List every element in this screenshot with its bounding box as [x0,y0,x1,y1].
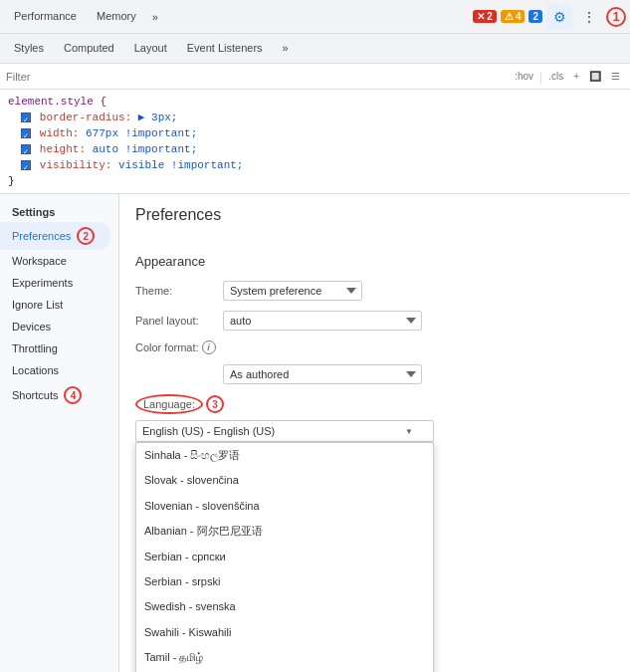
language-label-circled: Language: [135,394,203,414]
appearance-header: Appearance [135,254,614,269]
checkbox-visibility[interactable] [21,160,31,170]
tab-styles[interactable]: Styles [4,37,54,61]
cls-filter-btn[interactable]: .cls [544,69,567,84]
sidebar-item-shortcuts[interactable]: Shortcuts 4 [0,381,110,409]
pseudo-filter-btn[interactable]: :hov [511,69,537,84]
annotation-2: 2 [77,227,95,245]
color-format-row: Color format: i [135,340,614,354]
tab-more-btn[interactable]: » [146,5,164,29]
lang-option-swahili[interactable]: Swahili - Kiswahili [136,620,433,645]
code-selector-line: element.style { [8,94,622,110]
annotation-1: 1 [606,7,626,27]
lang-option-slovak[interactable]: Slovak - slovenčina [136,468,433,493]
color-format-select-row: As authored [135,364,614,384]
element-icon-btn[interactable]: 🔲 [585,69,605,84]
tab-computed[interactable]: Computed [54,37,124,61]
code-line-2: width: 677px !important; [8,125,622,141]
main-layout: Settings Preferences 2 Workspace Experim… [0,194,630,672]
theme-label: Theme: [135,285,215,297]
error-badge: ✕ 2 [473,10,497,23]
sidebar: Settings Preferences 2 Workspace Experim… [0,194,119,672]
language-dropdown: Sinhala - සිංහල罗语 Slovak - slovenčina Sl… [135,442,434,672]
tab-performance[interactable]: Performance [4,4,87,30]
content-area: Preferences Appearance Theme: System pre… [119,194,630,672]
lang-option-serbian-cyrillic[interactable]: Serbian - српски [136,545,433,569]
code-close-brace: } [8,173,622,189]
code-line-3: height: auto !important; [8,141,622,157]
tab-memory[interactable]: Memory [87,4,146,30]
lang-option-albanian[interactable]: Albanian - 阿尔巴尼亚语 [136,519,433,544]
sidebar-item-ignore-list[interactable]: Ignore List [0,294,110,316]
sidebar-title: Settings [0,198,118,222]
info-badge: 2 [528,10,542,23]
annotation-4: 4 [64,386,82,404]
color-format-label: Color format: [135,341,199,353]
top-tabs: Performance Memory » [4,4,473,30]
sidebar-item-preferences[interactable]: Preferences 2 [0,222,110,250]
sidebar-item-devices[interactable]: Devices [0,316,110,337]
tab-event-listeners[interactable]: Event Listeners [177,37,273,61]
top-bar: Performance Memory » ✕ 2 ⚠ 4 2 ⚙ ⋮ 1 [0,0,630,34]
lang-option-serbian-latin[interactable]: Serbian - srpski [136,569,433,594]
code-line-1: border-radius: ▶ 3px; [8,110,622,125]
color-format-select[interactable]: As authored [223,364,422,384]
code-panel: element.style { border-radius: ▶ 3px; wi… [0,90,630,194]
checkbox-height[interactable] [21,144,31,154]
panel-layout-select[interactable]: auto [223,311,422,331]
filter-input[interactable] [6,71,507,83]
settings-gear-button[interactable]: ⚙ [546,4,572,30]
filter-bar: :hov | .cls + 🔲 ☰ [0,64,630,90]
warning-badge: ⚠ 4 [501,10,525,23]
theme-row: Theme: System preference [135,281,614,301]
code-line-4: visibility: visible !important; [8,157,622,173]
layout-icon-btn[interactable]: ☰ [607,69,624,84]
lang-option-swedish[interactable]: Swedish - svenska [136,594,433,619]
add-style-btn[interactable]: + [569,69,583,84]
language-row: Language: 3 [135,394,614,414]
sidebar-item-locations[interactable]: Locations [0,359,110,381]
theme-select[interactable]: System preference [223,281,362,301]
more-options-button[interactable]: ⋮ [576,4,602,30]
panel-layout-label: Panel layout: [135,315,215,327]
lang-option-sinhala[interactable]: Sinhala - සිංහල罗语 [136,443,433,468]
panel-layout-row: Panel layout: auto [135,311,614,331]
checkbox-border-radius[interactable] [21,112,31,122]
styles-tabs-bar: Styles Computed Layout Event Listeners » [0,34,630,64]
sidebar-item-workspace[interactable]: Workspace [0,250,110,272]
sidebar-item-throttling[interactable]: Throttling [0,337,110,359]
tab-more-styles[interactable]: » [273,37,299,61]
lang-option-tamil[interactable]: Tamil - தமிழ் [136,645,433,670]
tab-layout[interactable]: Layout [124,37,177,61]
content-title: Preferences [135,206,221,224]
language-select-display[interactable]: English (US) - English (US) [135,420,434,442]
checkbox-width[interactable] [21,128,31,138]
annotation-3: 3 [206,395,224,413]
language-select-container: English (US) - English (US) Sinhala - සි… [135,420,434,442]
filter-actions: :hov | .cls + 🔲 ☰ [511,69,624,84]
color-format-info-icon: i [202,340,216,354]
top-bar-right: ✕ 2 ⚠ 4 2 ⚙ ⋮ 1 [473,4,626,30]
sidebar-item-experiments[interactable]: Experiments [0,272,110,294]
lang-option-slovenian[interactable]: Slovenian - slovenščina [136,494,433,519]
